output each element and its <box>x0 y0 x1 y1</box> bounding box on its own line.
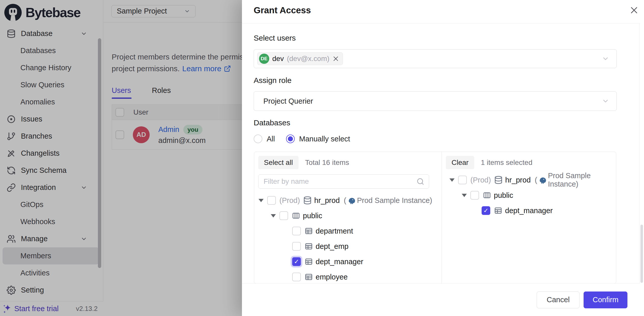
table-icon <box>304 273 313 281</box>
close-button[interactable] <box>627 4 641 17</box>
database-icon <box>494 176 503 184</box>
radio-manually-select[interactable] <box>286 135 295 143</box>
table-icon <box>304 257 313 266</box>
postgresql-icon <box>538 176 547 184</box>
modal-scrollbar-track <box>639 23 640 316</box>
select-all-button[interactable]: Select all <box>258 156 299 169</box>
selected-pane: Clear 1 items selected (Prod) hr_prod ( … <box>442 152 616 283</box>
chip-user-name: dev <box>272 55 284 63</box>
node-checkbox[interactable] <box>470 191 479 200</box>
avatar: DE <box>259 54 269 64</box>
modal-header-divider <box>242 23 640 23</box>
postgresql-icon <box>347 196 356 205</box>
cancel-button[interactable]: Cancel <box>537 291 579 308</box>
node-checkbox-checked[interactable] <box>292 257 301 266</box>
assign-role-label: Assign role <box>254 76 291 85</box>
selected-user-chip: DE dev (dev@x.com) <box>257 52 343 65</box>
node-label: employee <box>316 273 348 281</box>
instance-name: Prod Sample Instance) <box>357 196 432 205</box>
node-label: public <box>303 212 322 220</box>
instance-name: Prod Sample Instance) <box>548 172 616 188</box>
grant-access-modal: Grant Access Select users DE dev (dev@x.… <box>242 0 644 316</box>
remove-user-icon[interactable] <box>332 55 339 62</box>
tree-row-table[interactable]: employee <box>254 269 442 284</box>
node-label: department <box>316 227 353 235</box>
search-icon <box>417 178 424 185</box>
select-users-label: Select users <box>254 34 296 42</box>
tree-row-database[interactable]: (Prod) hr_prod ( Prod Sample Instance) <box>254 193 442 208</box>
filter-field <box>258 174 429 189</box>
node-checkbox[interactable] <box>279 211 288 220</box>
modal-scrollbar-thumb[interactable] <box>640 225 643 283</box>
select-users-input[interactable]: DE dev (dev@x.com) <box>254 49 617 68</box>
close-icon <box>629 6 639 15</box>
role-select[interactable]: Project Querier <box>254 91 617 111</box>
environment-tag: (Prod) <box>279 196 300 205</box>
node-label: hr_prod <box>505 176 531 184</box>
selected-count-text: 1 items selected <box>481 159 532 167</box>
modal-footer: Cancel Confirm <box>242 283 640 316</box>
modal-overlay[interactable] <box>0 0 242 316</box>
paren: ( <box>344 196 346 205</box>
tree-row-table[interactable]: dept_manager <box>442 203 616 218</box>
chevron-down-icon <box>602 97 609 105</box>
tree-row-table[interactable]: dept_manager <box>254 254 442 269</box>
chevron-down-icon <box>602 55 609 63</box>
filter-input[interactable] <box>264 177 417 186</box>
screen: Bytebase Database Databases Change Histo… <box>0 0 644 316</box>
radio-manually-select-label[interactable]: Manually select <box>299 135 350 143</box>
caret-down-icon[interactable] <box>271 214 276 217</box>
node-checkbox[interactable] <box>267 196 276 205</box>
confirm-button[interactable]: Confirm <box>584 291 627 308</box>
database-scope-radios: All Manually select <box>254 134 361 144</box>
node-label: dept_manager <box>316 258 363 266</box>
tree-row-schema[interactable]: public <box>254 208 442 223</box>
clear-button[interactable]: Clear <box>446 156 474 169</box>
radio-all-label[interactable]: All <box>267 135 275 143</box>
database-icon <box>303 196 312 205</box>
caret-down-icon[interactable] <box>462 194 467 197</box>
node-label: dept_emp <box>316 242 349 251</box>
source-tree: (Prod) hr_prod ( Prod Sample Instance) <box>254 193 442 284</box>
total-items-text: Total 16 items <box>305 159 349 167</box>
role-value: Project Querier <box>263 97 313 105</box>
table-icon <box>494 206 503 215</box>
environment-tag: (Prod) <box>470 176 491 184</box>
node-label: hr_prod <box>314 196 340 205</box>
node-checkbox[interactable] <box>292 273 301 281</box>
radio-all[interactable] <box>254 135 262 143</box>
tree-row-database[interactable]: (Prod) hr_prod ( Prod Sample Instance) <box>442 172 616 188</box>
table-icon <box>304 242 313 251</box>
database-transfer: Select all Total 16 items (Prod) hr_prod <box>254 152 616 284</box>
selected-tree: (Prod) hr_prod ( Prod Sample Instance) <box>442 172 616 218</box>
node-label: public <box>494 191 513 200</box>
modal-title: Grant Access <box>254 5 311 15</box>
caret-down-icon[interactable] <box>449 178 455 182</box>
chip-user-email: (dev@x.com) <box>287 55 329 63</box>
paren: ( <box>535 176 537 184</box>
node-label: dept_manager <box>505 206 553 215</box>
databases-label: Databases <box>254 118 290 127</box>
tree-row-table[interactable]: dept_emp <box>254 239 442 254</box>
instance-tag: ( Prod Sample Instance) <box>535 172 616 188</box>
source-pane: Select all Total 16 items (Prod) hr_prod <box>254 152 442 283</box>
node-checkbox[interactable] <box>292 227 301 235</box>
schema-icon <box>292 211 300 220</box>
node-checkbox[interactable] <box>458 176 467 184</box>
tree-row-schema[interactable]: public <box>442 188 616 203</box>
caret-down-icon[interactable] <box>259 199 264 202</box>
tree-row-table[interactable]: department <box>254 223 442 239</box>
node-checkbox[interactable] <box>292 242 301 251</box>
node-checkbox-checked[interactable] <box>482 206 490 215</box>
schema-icon <box>483 191 491 200</box>
table-icon <box>304 227 313 235</box>
instance-tag: ( Prod Sample Instance) <box>344 196 432 205</box>
